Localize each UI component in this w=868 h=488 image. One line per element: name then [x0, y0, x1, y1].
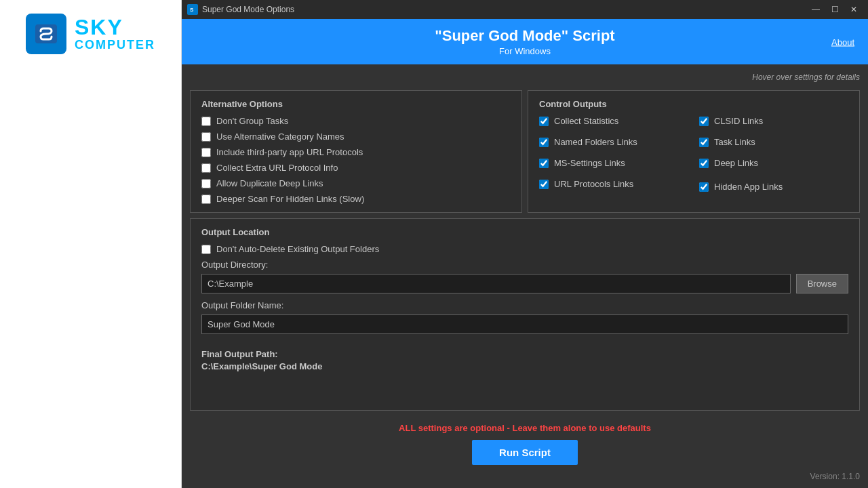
checkbox-named-folders-input[interactable]	[539, 138, 549, 147]
hover-hint: Hover over settings for details	[190, 70, 860, 85]
checkbox-dont-group-tasks-label: Don't Group Tasks	[216, 116, 288, 126]
checkbox-collect-extra-url[interactable]: Collect Extra URL Protocol Info	[201, 163, 511, 173]
logo-area: SKY COMPUTER	[12, 7, 169, 61]
checkbox-task-links-input[interactable]	[699, 138, 709, 147]
checkbox-include-thirdparty-url-label: Include third-party app URL Protocols	[216, 147, 363, 157]
final-path-label: Final Output Path:	[201, 349, 278, 359]
header-title-group: "Super God Mode" Script For Windows	[435, 27, 614, 56]
app-main-title: "Super God Mode" Script	[435, 27, 614, 45]
checkbox-deeper-scan[interactable]: Deeper Scan For Hidden Links (Slow)	[201, 194, 511, 204]
about-button[interactable]: About	[831, 37, 854, 47]
checkbox-named-folders-label: Named Folders Links	[554, 137, 637, 147]
sidebar: SKY COMPUTER	[0, 0, 182, 488]
directory-label: Output Directory:	[201, 260, 848, 270]
output-location-panel: Output Location Don't Auto-Delete Existi…	[190, 218, 860, 411]
browse-button[interactable]: Browse	[796, 274, 848, 293]
checkbox-alt-category-names[interactable]: Use Alternative Category Names	[201, 131, 511, 142]
title-bar-icon: S	[187, 4, 198, 15]
minimize-button[interactable]: —	[807, 3, 825, 16]
bottom-area: ALL settings are optional - Leave them a…	[182, 416, 868, 488]
app-header: "Super God Mode" Script For Windows Abou…	[182, 19, 868, 64]
checkbox-url-protocols-label: URL Protocols Links	[554, 179, 633, 189]
checkbox-deep-links[interactable]: Deep Links	[699, 158, 848, 168]
directory-input[interactable]	[201, 274, 791, 293]
checkbox-collect-statistics-label: Collect Statistics	[554, 116, 618, 126]
svg-text:S: S	[190, 7, 194, 13]
checkbox-clsid-links-label: CLSID Links	[714, 116, 763, 126]
checkbox-task-links-label: Task Links	[714, 137, 755, 147]
checkbox-dont-group-tasks[interactable]: Don't Group Tasks	[201, 116, 511, 126]
final-path-value: C:\Example\Super God Mode	[201, 361, 322, 371]
checkbox-deep-links-input[interactable]	[699, 159, 709, 168]
settings-note: ALL settings are optional - Leave them a…	[399, 423, 651, 433]
checkbox-hidden-app-links[interactable]: Hidden App Links	[699, 179, 848, 195]
control-outputs-title: Control Outputs	[539, 99, 848, 109]
checkbox-dont-auto-delete-input[interactable]	[201, 245, 211, 254]
checkbox-allow-duplicate-label: Allow Duplicate Deep Links	[216, 178, 323, 188]
alternative-options-title: Alternative Options	[201, 99, 511, 109]
title-bar-title: Super God Mode Options	[202, 5, 807, 14]
checkbox-ms-settings-label: MS-Settings Links	[554, 158, 625, 168]
maximize-button[interactable]: ☐	[826, 3, 844, 16]
checkbox-clsid-links[interactable]: CLSID Links	[699, 116, 848, 126]
checkbox-collect-statistics[interactable]: Collect Statistics	[539, 116, 688, 126]
checkbox-url-protocols[interactable]: URL Protocols Links	[539, 179, 688, 189]
control-outputs-grid: Collect Statistics CLSID Links Named Fol…	[539, 116, 848, 195]
logo-computer-text: COMPUTER	[75, 38, 155, 52]
checkbox-deep-links-label: Deep Links	[714, 158, 758, 168]
app-subtitle: For Windows	[435, 46, 614, 56]
final-path-section: Final Output Path: C:\Example\Super God …	[201, 341, 848, 372]
checkbox-named-folders[interactable]: Named Folders Links	[539, 137, 688, 147]
checkbox-allow-duplicate[interactable]: Allow Duplicate Deep Links	[201, 178, 511, 188]
folder-name-label: Output Folder Name:	[201, 300, 848, 310]
checkbox-task-links[interactable]: Task Links	[699, 137, 848, 147]
checkbox-collect-statistics-input[interactable]	[539, 117, 549, 126]
checkbox-dont-group-tasks-input[interactable]	[201, 117, 211, 126]
checkbox-collect-extra-url-label: Collect Extra URL Protocol Info	[216, 163, 338, 173]
checkbox-dont-auto-delete[interactable]: Don't Auto-Delete Existing Output Folder…	[201, 244, 848, 254]
main-window: S Super God Mode Options — ☐ ✕ "Super Go…	[182, 0, 868, 488]
run-script-button[interactable]: Run Script	[472, 440, 578, 465]
options-row: Alternative Options Don't Group Tasks Us…	[190, 90, 860, 213]
checkbox-collect-extra-url-input[interactable]	[201, 163, 211, 173]
checkbox-clsid-links-input[interactable]	[699, 117, 709, 126]
title-bar-controls: — ☐ ✕	[807, 3, 863, 16]
close-button[interactable]: ✕	[845, 3, 863, 16]
logo-text: SKY COMPUTER	[75, 16, 155, 52]
checkbox-hidden-app-links-label: Hidden App Links	[714, 182, 783, 192]
content-area: Hover over settings for details Alternat…	[182, 64, 868, 416]
output-location-title: Output Location	[201, 227, 848, 237]
version-text: Version: 1.1.0	[810, 472, 860, 481]
folder-name-input[interactable]	[201, 314, 848, 334]
checkbox-alt-category-names-label: Use Alternative Category Names	[216, 131, 344, 142]
checkbox-include-thirdparty-url[interactable]: Include third-party app URL Protocols	[201, 147, 511, 157]
sky-computer-logo-icon	[26, 14, 66, 54]
alternative-options-panel: Alternative Options Don't Group Tasks Us…	[190, 90, 522, 213]
title-bar: S Super God Mode Options — ☐ ✕	[182, 0, 868, 19]
checkbox-deeper-scan-label: Deeper Scan For Hidden Links (Slow)	[216, 194, 364, 204]
checkbox-deeper-scan-input[interactable]	[201, 195, 211, 204]
checkbox-include-thirdparty-url-input[interactable]	[201, 148, 211, 157]
checkbox-url-protocols-input[interactable]	[539, 180, 549, 189]
control-outputs-panel: Control Outputs Collect Statistics CLSID…	[528, 90, 860, 213]
checkbox-dont-auto-delete-label: Don't Auto-Delete Existing Output Folder…	[216, 244, 379, 254]
checkbox-ms-settings[interactable]: MS-Settings Links	[539, 158, 688, 168]
logo-sky-text: SKY	[75, 16, 155, 38]
checkbox-ms-settings-input[interactable]	[539, 159, 549, 168]
checkbox-alt-category-names-input[interactable]	[201, 132, 211, 142]
directory-input-row: Browse	[201, 274, 848, 293]
checkbox-allow-duplicate-input[interactable]	[201, 179, 211, 188]
checkbox-hidden-app-links-input[interactable]	[699, 182, 709, 192]
